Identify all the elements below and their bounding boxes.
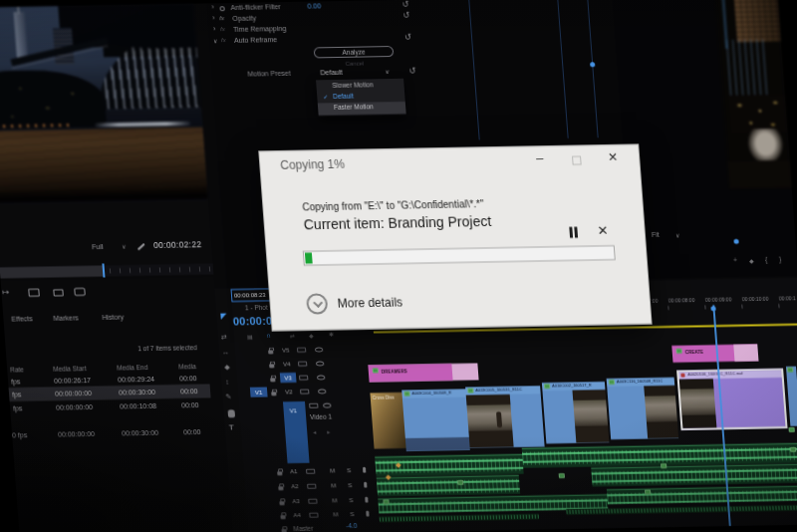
video-clip[interactable]: A003C116_160508_R11C (607, 378, 679, 439)
chevron-right-icon[interactable]: › (213, 25, 216, 32)
type-tool[interactable]: T (228, 422, 234, 431)
minimize-button[interactable]: – (536, 150, 544, 165)
diamond-icon[interactable]: ◆ (749, 257, 754, 264)
source-patch-v1[interactable]: V1 (250, 387, 268, 397)
column-header-rate[interactable]: Rate (10, 366, 24, 373)
audio-clip[interactable] (380, 513, 539, 522)
audio-clip[interactable] (591, 464, 797, 487)
razor-tool[interactable]: ◆ (224, 363, 230, 371)
plus-icon[interactable]: + (733, 257, 738, 264)
keyframe-dot[interactable] (590, 62, 595, 67)
close-button[interactable]: ✕ (608, 150, 619, 164)
pen-tool[interactable]: ✎ (225, 393, 231, 400)
tab-markers[interactable]: Markers (53, 315, 79, 322)
reset-icon[interactable]: ↺ (408, 67, 415, 76)
insert-icon[interactable]: ↦ (2, 288, 9, 297)
cancel-button[interactable]: Cancel (315, 59, 396, 68)
table-row[interactable]: 0 fps 00:00:00:00 00:00:30:00 00:00 (12, 427, 214, 443)
video-clip[interactable]: A003C004_160508_R (401, 390, 470, 451)
audio-clip[interactable] (377, 475, 520, 497)
sync-lock-icon[interactable] (300, 390, 309, 395)
selection-tool[interactable]: ◤ (220, 312, 227, 321)
mute-button[interactable]: M (330, 467, 335, 473)
brace-right-icon[interactable]: } (779, 256, 782, 263)
track-label-v3-box[interactable]: V3 (280, 373, 297, 383)
track-output-icon[interactable] (318, 389, 326, 394)
track-label-a3[interactable]: A3 (292, 498, 300, 504)
hand-tool[interactable] (227, 409, 235, 417)
clapperboard-icon[interactable] (28, 289, 40, 297)
master-db-value[interactable]: -4.0 (346, 522, 358, 529)
playhead-head[interactable] (710, 306, 715, 311)
video-clip-selected[interactable]: A0020106_160G1C_R11C.mxf (676, 369, 787, 430)
cancel-copy-button[interactable]: ✕ (597, 223, 609, 238)
column-header-media-end[interactable]: Media End (117, 364, 148, 372)
track-v1-selected-block[interactable]: V1 (283, 401, 310, 463)
lock-icon[interactable] (268, 350, 273, 354)
export-frame-icon[interactable] (53, 289, 64, 296)
timeline-settings-icon[interactable]: ✱ (329, 330, 335, 337)
ripple-edit-tool[interactable]: ↔ (222, 348, 230, 355)
sync-lock-icon[interactable] (297, 348, 306, 353)
tab-history[interactable]: History (102, 314, 124, 321)
clip-dreamers[interactable]: DREAMERS (368, 364, 478, 383)
menu-item-default[interactable]: Default (333, 93, 354, 100)
more-details-button[interactable] (306, 293, 329, 314)
lock-icon[interactable] (270, 378, 275, 382)
pause-button[interactable] (569, 227, 582, 238)
tab-effects[interactable]: Effects (11, 316, 33, 323)
camera-icon[interactable] (74, 288, 86, 296)
stopwatch-icon[interactable] (219, 6, 224, 11)
lock-icon[interactable] (280, 515, 285, 519)
next-keyframe-icon[interactable]: ▸ (327, 427, 331, 434)
program-scrubber-playhead[interactable] (733, 239, 738, 244)
track-label-a4[interactable]: A4 (293, 512, 301, 518)
effect-row-label[interactable]: Anti-flicker Filter (230, 3, 281, 11)
column-header-media-start[interactable]: Media Start (53, 365, 87, 373)
prev-keyframe-icon[interactable]: ◂ (313, 428, 317, 435)
track-label-master[interactable]: Master (293, 525, 313, 532)
clip-cross-dissolve[interactable]: Cross Diss (370, 393, 405, 449)
reset-icon[interactable]: ↺ (401, 0, 408, 9)
track-output-icon[interactable] (317, 375, 325, 380)
video-clip[interactable]: A013C005_160531_R11C (465, 386, 545, 447)
sequence-tab[interactable]: 1 - Phot (245, 304, 268, 311)
video-clip[interactable]: A010C002_160517_R (542, 382, 610, 443)
video-clip[interactable] (786, 367, 797, 426)
chevron-right-icon[interactable]: › (211, 3, 214, 10)
table-row[interactable]: fps 00:00:00:00 00:00:10:08 00:00 (10, 400, 212, 416)
lock-icon[interactable] (279, 501, 284, 505)
track-output-icon[interactable] (323, 402, 331, 407)
wrench-icon[interactable] (137, 243, 145, 250)
menu-item-faster-motion[interactable]: Faster Motion (318, 102, 406, 116)
sync-lock-icon[interactable] (309, 513, 318, 518)
source-zoom-select[interactable]: Full (92, 243, 104, 250)
maximize-button[interactable] (572, 156, 582, 165)
track-output-icon[interactable] (316, 361, 324, 366)
scrubber-playhead[interactable] (102, 263, 105, 277)
analyze-button[interactable]: Analyze (314, 46, 395, 58)
menu-item-slower-motion[interactable]: Slower Motion (332, 81, 374, 89)
lock-icon[interactable] (278, 486, 283, 490)
column-header-media[interactable]: Media (178, 363, 196, 370)
chevron-down-icon[interactable]: ∨ (213, 37, 218, 44)
mic-icon[interactable] (364, 482, 367, 488)
brace-left-icon[interactable]: { (765, 256, 768, 263)
mute-button[interactable]: M (332, 497, 337, 503)
solo-button[interactable]: S (349, 497, 353, 503)
motion-preset-value[interactable]: Default (320, 69, 343, 76)
lock-icon[interactable] (277, 471, 282, 475)
track-select-tool[interactable]: ⇄ (221, 333, 227, 341)
effect-row-label[interactable]: Time Remapping (233, 25, 287, 33)
solo-button[interactable]: S (347, 467, 351, 473)
mic-icon[interactable] (363, 467, 366, 473)
marker-icon[interactable]: ◆ (309, 332, 314, 339)
snap-icon[interactable]: ∩ (266, 331, 272, 338)
reset-icon[interactable]: ↺ (402, 11, 409, 20)
lock-icon[interactable] (269, 364, 274, 368)
track-output-icon[interactable] (315, 347, 323, 352)
audio-clip[interactable] (607, 486, 797, 505)
solo-button[interactable]: S (348, 482, 352, 488)
program-zoom-select[interactable]: Fit (652, 231, 660, 238)
slip-tool[interactable]: ↕ (225, 378, 229, 385)
